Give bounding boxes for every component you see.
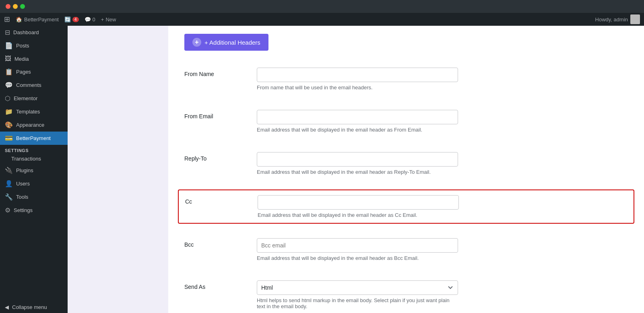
media-icon: 🖼 bbox=[5, 55, 11, 62]
transactions-label: Transactions bbox=[11, 156, 41, 162]
cc-row: Cc Email address that will be displayed … bbox=[178, 189, 634, 224]
settings-icon: ⚙ bbox=[5, 206, 10, 214]
from-email-description: Email address that will be displayed in … bbox=[257, 127, 458, 133]
maximize-button[interactable] bbox=[20, 4, 25, 9]
sidebar-item-label: Posts bbox=[16, 43, 29, 49]
new-label: New bbox=[105, 16, 116, 23]
sidebar-item-posts[interactable]: 📄 Posts bbox=[0, 39, 68, 52]
from-email-field-content: Email address that will be displayed in … bbox=[257, 110, 628, 133]
comments-link[interactable]: 💬 0 bbox=[85, 16, 95, 23]
from-name-label: From Name bbox=[184, 68, 249, 77]
bcc-description: Email address that will be displayed in … bbox=[257, 255, 458, 261]
from-name-input[interactable] bbox=[257, 68, 458, 82]
home-icon: 🏠 bbox=[16, 16, 22, 23]
sidebar-sub-transactions[interactable]: Transactions bbox=[0, 154, 68, 164]
sidebar-item-tools[interactable]: 🔧 Tools bbox=[0, 190, 68, 204]
cc-input[interactable] bbox=[258, 195, 459, 210]
sidebar-item-label: Users bbox=[16, 181, 30, 187]
comments-count: 0 bbox=[93, 16, 95, 23]
templates-icon: 📁 bbox=[5, 108, 13, 115]
sidebar-item-plugins[interactable]: 🔌 Plugins bbox=[0, 164, 68, 177]
cc-field-content: Email address that will be displayed in … bbox=[258, 195, 627, 218]
send-as-description: Html helps to send html markup in the em… bbox=[257, 297, 458, 309]
sidebar-item-users[interactable]: 👤 Users bbox=[0, 177, 68, 190]
comments-icon: 💬 bbox=[85, 16, 91, 23]
admin-topbar: ⊞ 🏠 BetterPayment 🔄 4 💬 0 + New Howdy, a… bbox=[0, 13, 644, 26]
sidebar-item-label: Plugins bbox=[16, 167, 33, 173]
from-name-row: From Name From name that will be used in… bbox=[184, 63, 628, 95]
sidebar-item-label: BetterPayment bbox=[16, 135, 51, 141]
sidebar-item-pages[interactable]: 📋 Pages bbox=[0, 65, 68, 78]
sidebar-item-label: Pages bbox=[16, 69, 31, 75]
sidebar-item-label: Tools bbox=[16, 194, 28, 200]
minimize-button[interactable] bbox=[13, 4, 18, 9]
admin-sidebar: ⊟ Dashboard 📄 Posts 🖼 Media 📋 Pages 💬 Co… bbox=[0, 26, 68, 313]
site-name: BetterPayment bbox=[24, 16, 59, 23]
settings-section-label: Settings bbox=[0, 145, 68, 154]
updates-icon: 🔄 bbox=[64, 16, 71, 23]
users-icon: 👤 bbox=[5, 180, 13, 187]
send-as-row: Send As Html Plain Html helps to send ht… bbox=[184, 276, 628, 313]
send-as-select[interactable]: Html Plain bbox=[257, 280, 458, 295]
collapse-icon: ◀ bbox=[5, 304, 9, 310]
pages-icon: 📋 bbox=[5, 68, 13, 76]
plus-icon: + bbox=[101, 16, 104, 23]
sidebar-item-templates[interactable]: 📁 Templates bbox=[0, 105, 68, 118]
reply-to-input[interactable] bbox=[257, 152, 458, 167]
sidebar-item-settings[interactable]: ⚙ Settings bbox=[0, 204, 68, 217]
sidebar-item-appearance[interactable]: 🎨 Appearance bbox=[0, 118, 68, 132]
additional-headers-button[interactable]: + + Additional Headers bbox=[184, 34, 268, 51]
plus-circle-icon: + bbox=[192, 38, 201, 47]
wordpress-logo[interactable]: ⊞ bbox=[4, 15, 10, 24]
plugins-icon: 🔌 bbox=[5, 167, 13, 174]
cc-label: Cc bbox=[185, 195, 250, 205]
close-button[interactable] bbox=[6, 4, 10, 9]
from-name-description: From name that will be used in the email… bbox=[257, 84, 458, 91]
bcc-field-content: Email address that will be displayed in … bbox=[257, 238, 628, 261]
reply-to-field-content: Email address that will be displayed in … bbox=[257, 152, 628, 175]
sidebar-item-label: Elementor bbox=[14, 95, 37, 101]
posts-icon: 📄 bbox=[5, 42, 13, 49]
sidebar-item-media[interactable]: 🖼 Media bbox=[0, 52, 68, 65]
reply-to-label: Reply-To bbox=[184, 152, 249, 162]
bcc-input[interactable] bbox=[257, 238, 458, 253]
cc-description: Email address that will be displayed in … bbox=[258, 212, 459, 218]
bcc-label: Bcc bbox=[184, 238, 249, 248]
sidebar-item-label: Templates bbox=[16, 109, 40, 115]
user-greeting: Howdy, admin bbox=[595, 14, 640, 24]
tools-icon: 🔧 bbox=[5, 193, 13, 201]
new-content-menu[interactable]: + New bbox=[101, 16, 116, 23]
sidebar-item-label: Dashboard bbox=[13, 29, 39, 35]
from-name-field-content: From name that will be used in the email… bbox=[257, 68, 628, 91]
sidebar-item-label: Settings bbox=[14, 207, 33, 213]
betterpayment-icon: 💳 bbox=[5, 134, 13, 142]
reply-to-row: Reply-To Email address that will be disp… bbox=[184, 147, 628, 180]
additional-headers-label: + Additional Headers bbox=[204, 39, 260, 46]
sidebar-item-betterpayment[interactable]: 💳 BetterPayment bbox=[0, 132, 68, 145]
user-avatar[interactable] bbox=[630, 14, 640, 24]
sidebar-item-comments[interactable]: 💬 Comments bbox=[0, 78, 68, 92]
appearance-icon: 🎨 bbox=[5, 121, 13, 129]
from-email-input[interactable] bbox=[257, 110, 458, 124]
comments-nav-icon: 💬 bbox=[5, 81, 13, 89]
sidebar-item-label: Appearance bbox=[16, 122, 44, 128]
from-email-row: From Email Email address that will be di… bbox=[184, 105, 628, 138]
sidebar-item-label: Comments bbox=[16, 82, 41, 88]
sidebar-item-elementor[interactable]: ⬡ Elementor bbox=[0, 92, 68, 105]
elementor-icon: ⬡ bbox=[5, 95, 10, 102]
howdy-text: Howdy, admin bbox=[595, 16, 628, 23]
send-as-field-content: Html Plain Html helps to send html marku… bbox=[257, 280, 628, 309]
sidebar-item-dashboard[interactable]: ⊟ Dashboard bbox=[0, 26, 68, 39]
updates-count: 4 bbox=[72, 17, 79, 22]
bcc-row: Bcc Email address that will be displayed… bbox=[184, 233, 628, 266]
collapse-menu-button[interactable]: ◀ Collapse menu bbox=[0, 301, 68, 313]
updates-link[interactable]: 🔄 4 bbox=[64, 16, 79, 23]
from-email-label: From Email bbox=[184, 110, 249, 119]
window-chrome bbox=[0, 0, 644, 13]
dashboard-icon: ⊟ bbox=[5, 29, 10, 36]
send-as-label: Send As bbox=[184, 280, 249, 290]
left-panel bbox=[68, 26, 168, 313]
main-content-area: + + Additional Headers From Name From na… bbox=[168, 26, 644, 313]
collapse-label: Collapse menu bbox=[12, 304, 47, 310]
site-link[interactable]: 🏠 BetterPayment bbox=[16, 16, 59, 23]
